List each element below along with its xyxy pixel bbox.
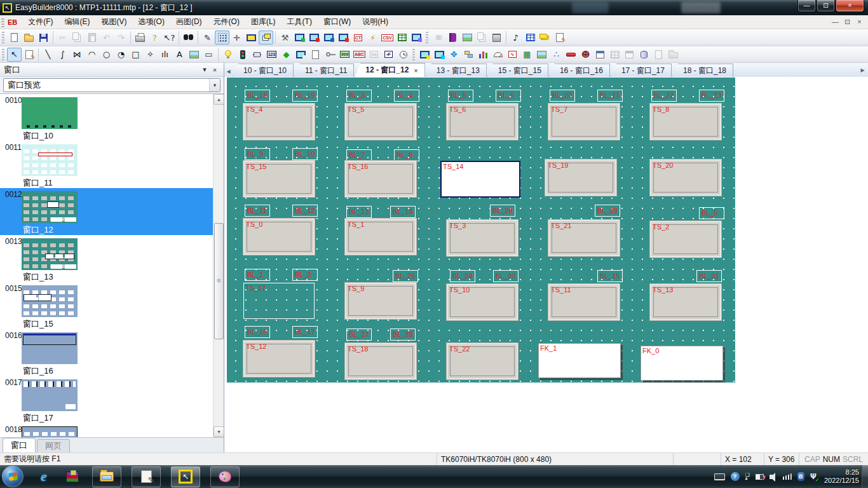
- object-properties-icon[interactable]: [22, 48, 36, 62]
- bezier-icon[interactable]: ∫: [55, 48, 70, 62]
- battery-tray-icon[interactable]: [756, 474, 764, 480]
- animation-icon[interactable]: [461, 48, 476, 62]
- polygon-icon[interactable]: ✧: [143, 48, 158, 62]
- scroll-up-icon[interactable]: ▲: [214, 94, 224, 105]
- chevron-down-icon[interactable]: ▾: [209, 79, 220, 92]
- panel-tab-窗口[interactable]: 窗口: [3, 438, 36, 452]
- canvas-widget-BL_3[interactable]: BL_3: [346, 90, 372, 102]
- arc-icon[interactable]: ◠: [85, 48, 99, 62]
- menu-item-3[interactable]: 选项(O): [133, 15, 170, 29]
- canvas-widget-BL_11[interactable]: BL_11: [245, 205, 270, 217]
- notebook-icon[interactable]: [308, 48, 323, 62]
- bit-lamp-icon[interactable]: [220, 48, 235, 62]
- open-icon[interactable]: [22, 30, 36, 44]
- ascii-display-icon[interactable]: [432, 48, 447, 62]
- help-pointer-icon[interactable]: ↖?: [162, 30, 177, 44]
- move-shape-icon[interactable]: ✥: [447, 48, 461, 62]
- set-bit-icon[interactable]: [250, 48, 264, 62]
- tab-18 - 窗口_18[interactable]: 18 - 窗口_18: [672, 64, 733, 77]
- canvas-widget-TS_7[interactable]: TS_7: [548, 104, 620, 140]
- canvas-widget-TS_8[interactable]: TS_8: [650, 104, 721, 140]
- simulate-offline-icon[interactable]: [322, 30, 336, 44]
- canvas-widget-BL_19[interactable]: BL_19: [292, 90, 318, 102]
- tab-13 - 窗口_13[interactable]: 13 - 窗口_13: [426, 64, 487, 77]
- system-settings-icon[interactable]: ⚒: [278, 30, 292, 44]
- canvas-widget-TS_6[interactable]: TS_6: [447, 104, 518, 140]
- canvas-widget-BL_7[interactable]: BL_7: [346, 149, 372, 161]
- data-transfer-icon[interactable]: [637, 48, 651, 62]
- tab-17 - 窗口_17[interactable]: 17 - 窗口_17: [611, 64, 672, 77]
- toggle-switch-icon[interactable]: [294, 48, 308, 62]
- menu-item-6[interactable]: 图库(L): [245, 15, 281, 29]
- scale-icon[interactable]: ılı: [158, 48, 172, 62]
- line-icon[interactable]: ╲: [41, 48, 55, 62]
- bluetooth-tray-icon[interactable]: B: [797, 472, 804, 481]
- environment-icon[interactable]: [409, 30, 424, 44]
- history-table-icon[interactable]: ▦: [520, 48, 534, 62]
- canvas-widget-TS_11[interactable]: TS_11: [548, 284, 620, 320]
- direct-window-icon[interactable]: [323, 48, 337, 62]
- xy-plot-icon[interactable]: ∴: [549, 48, 564, 62]
- about-icon[interactable]: ?: [147, 30, 162, 44]
- menu-item-9[interactable]: 说明(H): [356, 15, 394, 29]
- save-icon[interactable]: [36, 30, 51, 44]
- canvas-widget-TS_12[interactable]: TS_12: [243, 341, 315, 377]
- canvas-widget-TS_16[interactable]: TS_16: [345, 161, 416, 197]
- menu-item-5[interactable]: 元件(O): [208, 15, 245, 29]
- scroll-down-icon[interactable]: ▼: [214, 426, 224, 437]
- canvas-widget-TS_21[interactable]: TS_21: [548, 220, 620, 256]
- canvas-widget-BL_5[interactable]: BL_5: [448, 90, 473, 102]
- show-desktop-button[interactable]: [862, 465, 868, 488]
- window-item-0013[interactable]: 0013窗口_13: [0, 235, 213, 282]
- polyline-icon[interactable]: ⋈: [70, 48, 85, 62]
- canvas-widget-TS_2[interactable]: TS_2: [650, 221, 721, 257]
- canvas-widget-TS_0[interactable]: TS_0: [243, 219, 315, 255]
- easybuilder-taskbar-button[interactable]: ↖: [171, 466, 200, 487]
- canvas-widget-BL_6[interactable]: BL_6: [496, 90, 521, 102]
- group-library-icon[interactable]: [489, 30, 504, 44]
- picture-view-icon[interactable]: [534, 48, 549, 62]
- canvas-widget-BL_4[interactable]: BL_4: [394, 90, 419, 102]
- print-icon[interactable]: [133, 30, 147, 44]
- window-item-0016[interactable]: 0016窗口_16: [0, 329, 213, 376]
- canvas-widget-TS_19[interactable]: TS_19: [545, 159, 616, 196]
- help-tray-icon[interactable]: ?: [731, 472, 740, 481]
- ct-icon[interactable]: CT: [351, 30, 365, 44]
- window-item-0018[interactable]: 0018: [0, 423, 213, 437]
- trend-display-icon[interactable]: ∿: [505, 48, 520, 62]
- panel-close-icon[interactable]: ×: [210, 66, 220, 74]
- pie-icon[interactable]: ◔: [114, 48, 128, 62]
- canvas-widget-FK_1[interactable]: FK_1: [538, 343, 621, 378]
- tab-scroll-right-icon[interactable]: ▶: [858, 64, 867, 76]
- panel-dropdown-icon[interactable]: ▾: [200, 65, 210, 74]
- canvas-widget-BL_24[interactable]: BL_24: [450, 270, 475, 282]
- menu-item-2[interactable]: 视图(V): [96, 15, 133, 29]
- ellipse-icon[interactable]: ○: [99, 48, 114, 62]
- canvas-widget-TS_13[interactable]: TS_13: [650, 284, 721, 320]
- canvas-widget-TS_10[interactable]: TS_10: [447, 284, 518, 320]
- timer-icon[interactable]: [396, 48, 410, 62]
- tab-scroll-left-icon[interactable]: ◀: [224, 65, 233, 77]
- window-item-0015[interactable]: 0015窗口_15: [0, 282, 213, 329]
- ascii-input-icon[interactable]: ABC: [352, 48, 367, 62]
- event-display-icon[interactable]: [593, 48, 607, 62]
- word-lamp-icon[interactable]: [235, 48, 250, 62]
- menu-item-1[interactable]: 编辑(E): [59, 15, 96, 29]
- scrollbar-thumb[interactable]: [214, 223, 224, 339]
- alarm-bar-icon[interactable]: [564, 48, 578, 62]
- canvas-widget-BL_9[interactable]: BL_9: [245, 148, 270, 160]
- canvas-widget-BL_1[interactable]: BL_1: [245, 269, 270, 281]
- grid-toggle-icon[interactable]: [215, 30, 229, 44]
- canvas-widget-BL_17[interactable]: BL_17: [292, 326, 318, 338]
- canvas-widget-BL_18[interactable]: BL_18: [245, 90, 270, 102]
- ie-icon[interactable]: e: [34, 467, 53, 486]
- expand-tray-icon[interactable]: ❏▴: [745, 473, 750, 480]
- keyboard-tray-icon[interactable]: [714, 473, 725, 480]
- menu-item-8[interactable]: 窗口(W): [318, 15, 356, 29]
- snap-toggle-icon[interactable]: ✛: [229, 30, 244, 44]
- canvas-widget-TS_1[interactable]: TS_1: [345, 219, 416, 255]
- alarm-display-icon[interactable]: ☻: [578, 48, 593, 62]
- canvas-widget-TS_9[interactable]: TS_9: [345, 283, 416, 319]
- canvas-widget-BL_31[interactable]: BL_31: [696, 270, 722, 282]
- menu-item-4[interactable]: 画图(D): [170, 15, 208, 29]
